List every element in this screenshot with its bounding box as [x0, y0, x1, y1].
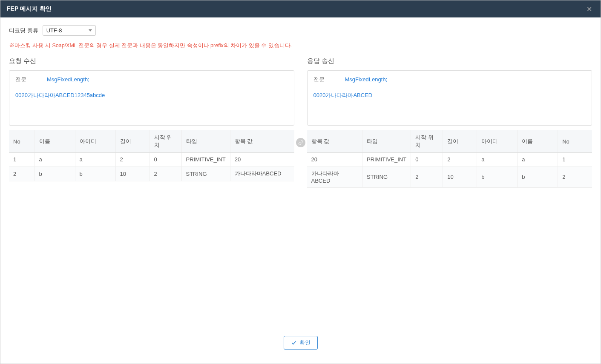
cell-length: 10	[443, 166, 477, 188]
request-table-header-row: No 이름 아이디 길이 시작 위치 타입 항목 값	[9, 130, 294, 153]
response-table: 항목 값 타입 시작 위치 길이 아이디 이름 No 20 PRIMITIVE_…	[307, 130, 592, 188]
cell-id: a	[477, 153, 518, 166]
response-th-length: 길이	[443, 130, 477, 153]
response-msg-content: 0020가나다라마ABCED	[313, 92, 586, 99]
cell-start: 2	[150, 166, 181, 181]
chevron-down-icon	[89, 29, 92, 32]
cell-start: 0	[150, 153, 181, 166]
link-icon[interactable]	[296, 138, 305, 147]
footer: 확인	[9, 330, 592, 356]
cell-id: b	[477, 166, 518, 188]
response-th-id: 아이디	[477, 130, 518, 153]
response-th-no: No	[558, 130, 592, 153]
table-row[interactable]: 20 PRIMITIVE_INT 0 2 a a 1	[307, 153, 592, 166]
request-th-value: 항목 값	[230, 130, 294, 153]
cell-type: STRING	[181, 166, 230, 181]
response-msg-header: 전문 MsgFixedLength;	[313, 76, 586, 87]
request-th-length: 길이	[115, 130, 150, 153]
response-table-header-row: 항목 값 타입 시작 위치 길이 아이디 이름 No	[307, 130, 592, 153]
request-th-id: 아이디	[75, 130, 115, 153]
request-th-start: 시작 위치	[150, 130, 181, 153]
cell-name: a	[35, 153, 75, 166]
request-panel: 요청 수신 전문 MsgFixedLength; 0020가나다라마ABCED1…	[9, 57, 294, 188]
cell-length: 10	[115, 166, 150, 181]
cell-length: 2	[443, 153, 477, 166]
request-msg-header: 전문 MsgFixedLength;	[15, 76, 288, 87]
cell-name: b	[518, 166, 558, 188]
cell-name: b	[35, 166, 75, 181]
panels-container: 요청 수신 전문 MsgFixedLength; 0020가나다라마ABCED1…	[9, 57, 592, 188]
response-th-value: 항목 값	[307, 130, 362, 153]
request-msg-label: 전문	[15, 76, 26, 83]
response-panel: 응답 송신 전문 MsgFixedLength; 0020가나다라마ABCED …	[307, 57, 592, 188]
request-table: No 이름 아이디 길이 시작 위치 타입 항목 값 1 a a 2	[9, 130, 294, 181]
request-title: 요청 수신	[9, 57, 294, 65]
response-th-start: 시작 위치	[411, 130, 443, 153]
titlebar: FEP 메시지 확인 ✕	[0, 0, 601, 17]
content-area: 디코딩 종류 UTF-8 ※마스킹 사용 시 Soap/XML 전문의 경우 실…	[0, 17, 601, 364]
table-row[interactable]: 2 b b 10 2 STRING 가나다라마ABCED	[9, 166, 294, 181]
cell-value: 가나다라마ABCED	[307, 166, 362, 188]
request-msg-box: 전문 MsgFixedLength; 0020가나다라마ABCED12345ab…	[9, 70, 294, 126]
request-th-name: 이름	[35, 130, 75, 153]
request-msg-type-link[interactable]: MsgFixedLength;	[47, 76, 89, 83]
cell-no: 1	[9, 153, 35, 166]
decode-label: 디코딩 종류	[9, 27, 38, 34]
cell-start: 2	[411, 166, 443, 188]
cell-no: 1	[558, 153, 592, 166]
table-row[interactable]: 1 a a 2 0 PRIMITIVE_INT 20	[9, 153, 294, 166]
cell-start: 0	[411, 153, 443, 166]
request-th-no: No	[9, 130, 35, 153]
window-title: FEP 메시지 확인	[7, 5, 52, 13]
cell-name: a	[518, 153, 558, 166]
check-icon	[291, 340, 297, 346]
cell-length: 2	[115, 153, 150, 166]
confirm-button[interactable]: 확인	[284, 336, 318, 350]
cell-type: STRING	[362, 166, 411, 188]
cell-type: PRIMITIVE_INT	[362, 153, 411, 166]
cell-id: b	[75, 166, 115, 181]
table-row[interactable]: 가나다라마ABCED STRING 2 10 b b 2	[307, 166, 592, 188]
close-icon[interactable]: ✕	[584, 5, 594, 13]
request-msg-content: 0020가나다라마ABCED12345abcde	[15, 92, 288, 99]
confirm-button-label: 확인	[299, 339, 311, 347]
decode-select[interactable]: UTF-8	[43, 25, 96, 36]
response-msg-label: 전문	[313, 76, 325, 83]
cell-type: PRIMITIVE_INT	[181, 153, 230, 166]
warning-text: ※마스킹 사용 시 Soap/XML 전문의 경우 실제 전문과 내용은 동일하…	[9, 42, 592, 49]
request-th-type: 타입	[181, 130, 230, 153]
response-th-type: 타입	[362, 130, 411, 153]
response-title: 응답 송신	[307, 57, 592, 65]
response-th-name: 이름	[518, 130, 558, 153]
cell-value: 가나다라마ABCED	[230, 166, 294, 181]
decode-row: 디코딩 종류 UTF-8	[9, 25, 592, 36]
cell-id: a	[75, 153, 115, 166]
cell-no: 2	[558, 166, 592, 188]
cell-value: 20	[230, 153, 294, 166]
cell-value: 20	[307, 153, 362, 166]
decode-select-value: UTF-8	[46, 27, 89, 34]
cell-no: 2	[9, 166, 35, 181]
response-msg-box: 전문 MsgFixedLength; 0020가나다라마ABCED	[307, 70, 592, 126]
response-msg-type-link[interactable]: MsgFixedLength;	[345, 76, 388, 83]
